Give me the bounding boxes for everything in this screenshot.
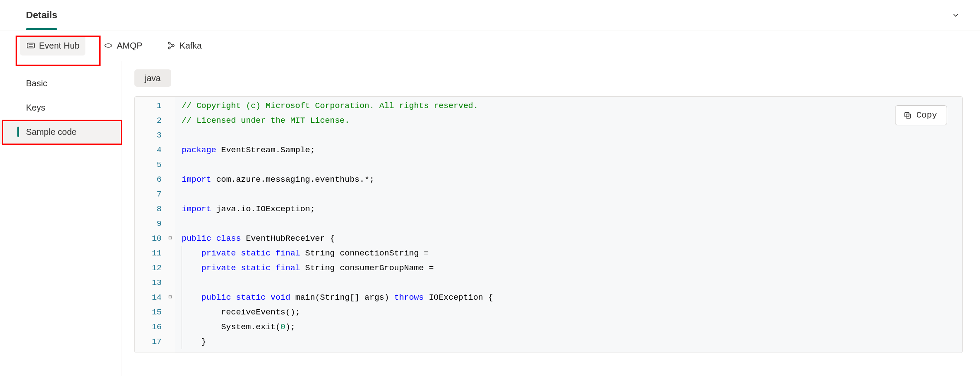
line-number: 6 [135, 172, 164, 187]
protocol-tab-label: Kafka [179, 41, 202, 51]
fold-toggle[interactable]: ⊟ [166, 290, 175, 305]
sidebar-item-sample-code[interactable]: Sample code [0, 120, 121, 144]
line-number: 17 [135, 334, 164, 349]
code-line[interactable] [182, 349, 962, 353]
fold-toggle[interactable]: ⊟ [166, 231, 175, 246]
code-editor[interactable]: 123456789101112131415161718 ⊟⊟ // Copyri… [134, 96, 963, 353]
collapse-chevron[interactable] [949, 8, 963, 22]
line-number: 11 [135, 246, 164, 261]
code-line[interactable]: private static final String consumerGrou… [182, 261, 962, 275]
chevron-down-icon [951, 11, 960, 20]
code-line[interactable]: System.exit(0); [182, 320, 962, 334]
code-line[interactable]: package EventStream.Sample; [182, 143, 962, 157]
line-number: 15 [135, 305, 164, 320]
line-number: 9 [135, 216, 164, 231]
sidebar-item-basic[interactable]: Basic [0, 71, 121, 95]
svg-rect-0 [27, 43, 35, 48]
code-line[interactable] [182, 157, 962, 172]
code-line[interactable] [182, 216, 962, 231]
protocol-tab-eventhub[interactable]: Event Hub [20, 36, 85, 56]
code-line[interactable]: receiveEvents(); [182, 305, 962, 320]
protocol-tab-label: Event Hub [39, 41, 79, 51]
code-line[interactable]: import com.azure.messaging.eventhubs.*; [182, 172, 962, 187]
sidebar-item-label: Sample code [26, 127, 77, 137]
svg-rect-8 [906, 114, 911, 118]
line-number: 18 [135, 349, 164, 353]
line-number: 4 [135, 143, 164, 157]
details-tab[interactable]: Details [26, 0, 57, 30]
code-line[interactable]: // Licensed under the MIT License. [182, 113, 962, 128]
code-line[interactable]: } [182, 334, 962, 349]
svg-rect-9 [905, 112, 909, 117]
code-line[interactable] [182, 187, 962, 202]
line-number: 13 [135, 275, 164, 290]
protocol-tab-kafka[interactable]: Kafka [160, 36, 208, 56]
line-number: 1 [135, 98, 164, 113]
line-number: 8 [135, 202, 164, 216]
svg-line-6 [170, 43, 173, 45]
code-line[interactable]: public static void main(String[] args) t… [182, 290, 962, 305]
sidebar-item-label: Basic [26, 78, 47, 88]
line-number-gutter: 123456789101112131415161718 [135, 97, 166, 353]
code-line[interactable]: private static final String connectionSt… [182, 246, 962, 261]
amqp-icon [104, 41, 113, 50]
line-number: 10 [135, 231, 164, 246]
details-header: Details [0, 0, 980, 30]
eventhub-icon [26, 41, 36, 50]
protocol-tab-amqp[interactable]: AMQP [98, 36, 148, 56]
protocol-tab-label: AMQP [117, 41, 142, 51]
code-line[interactable]: public class EventHubReceiver { [182, 231, 962, 246]
line-number: 2 [135, 113, 164, 128]
details-tab-underline [26, 28, 57, 30]
sidebar-item-label: Keys [26, 103, 45, 113]
copy-icon [903, 111, 912, 120]
code-line[interactable] [182, 275, 962, 290]
line-number: 3 [135, 128, 164, 143]
language-pill[interactable]: java [134, 69, 171, 87]
code-line[interactable] [182, 128, 962, 143]
kafka-icon [166, 41, 176, 50]
code-body[interactable]: // Copyright (c) Microsoft Corporation. … [175, 97, 962, 353]
details-title: Details [26, 10, 57, 21]
line-number: 7 [135, 187, 164, 202]
line-number: 12 [135, 261, 164, 275]
line-number: 5 [135, 157, 164, 172]
body-area: Basic Keys Sample code java 123456789101… [0, 61, 980, 376]
language-pill-label: java [145, 73, 161, 83]
code-line[interactable]: import java.io.IOException; [182, 202, 962, 216]
code-line[interactable]: // Copyright (c) Microsoft Corporation. … [182, 98, 962, 113]
line-number: 14 [135, 290, 164, 305]
copy-button[interactable]: Copy [895, 105, 947, 125]
sidebar: Basic Keys Sample code [0, 61, 121, 376]
svg-line-7 [170, 46, 173, 48]
line-number: 16 [135, 320, 164, 334]
sidebar-item-keys[interactable]: Keys [0, 95, 121, 120]
protocol-tabs: Event Hub AMQP Kafka [0, 30, 980, 61]
content: java 123456789101112131415161718 ⊟⊟ // C… [121, 61, 980, 376]
copy-button-label: Copy [916, 108, 937, 123]
fold-gutter: ⊟⊟ [166, 97, 175, 353]
